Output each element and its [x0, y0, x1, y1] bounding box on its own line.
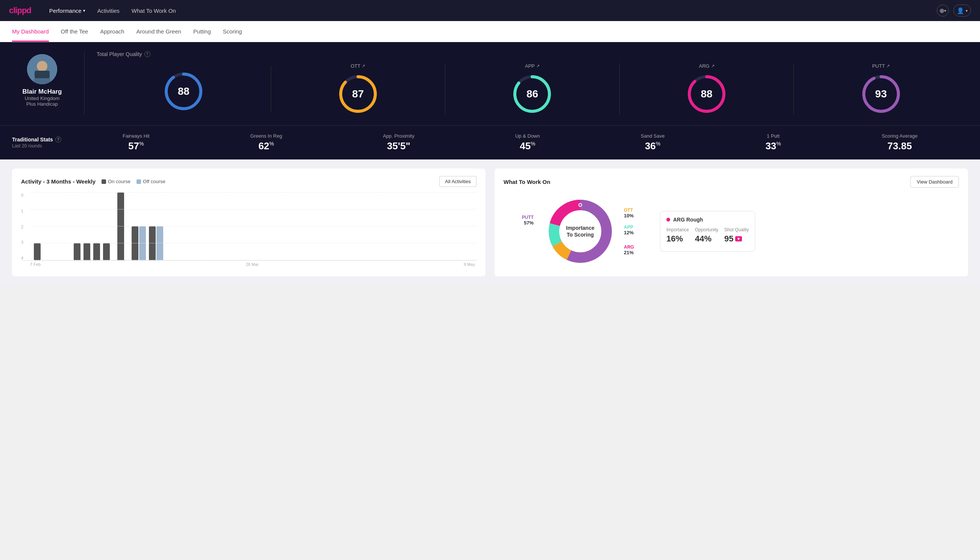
- tab-around-the-green[interactable]: Around the Green: [136, 21, 181, 42]
- tab-approach[interactable]: Approach: [100, 21, 124, 42]
- x-labels: 7 Feb 28 Mar 9 May: [21, 262, 476, 267]
- svg-point-1: [37, 61, 47, 72]
- score-total: 88: [97, 66, 271, 112]
- score-app: APP ↗ 86: [445, 63, 620, 115]
- add-button[interactable]: ⊕ ▾: [937, 5, 949, 17]
- wtw-card-header: What To Work On View Dashboard: [504, 176, 959, 188]
- arg-shot-quality: Shot Quality 95 ▼: [724, 227, 749, 244]
- logo: clippd: [9, 6, 31, 15]
- ring-app: 86: [511, 73, 553, 115]
- nav-right: ⊕ ▾ 👤 ▾: [937, 5, 971, 17]
- grid-line-2: [30, 226, 476, 227]
- ring-arg: 88: [686, 73, 727, 115]
- putt-donut-label: PUTT: [522, 215, 534, 220]
- putt-label-container: PUTT 57%: [522, 215, 534, 226]
- nav-performance[interactable]: Performance ▾: [49, 8, 85, 14]
- tab-off-the-tee[interactable]: Off the Tee: [61, 21, 88, 42]
- player-country: United Kingdom: [25, 95, 60, 101]
- bar-oncourse-7: [117, 193, 124, 260]
- player-info: Blair McHarg United Kingdom Plus Handica…: [12, 51, 72, 107]
- tpq-label: Total Player Quality ?: [97, 51, 968, 57]
- bar-group-9: [149, 227, 163, 260]
- bar-group-4: [83, 243, 90, 260]
- nav-what-to-work-on[interactable]: What To Work On: [131, 8, 176, 14]
- traditional-stats: Traditional Stats ? Last 20 rounds Fairw…: [0, 125, 980, 160]
- tpq-info-icon[interactable]: ?: [145, 51, 150, 57]
- arg-metrics: Importance 16% Opportunity 44% Shot Qual…: [666, 227, 749, 244]
- activity-card-header: Activity - 3 Months - Weekly On course O…: [21, 176, 476, 187]
- arg-label: ARG ↗: [699, 63, 714, 69]
- trad-label-group: Traditional Stats ? Last 20 rounds: [12, 137, 72, 148]
- svg-rect-3: [35, 71, 50, 78]
- total-value: 88: [178, 85, 190, 97]
- grid-line-4: [30, 192, 476, 193]
- bar-group-0: [34, 243, 41, 260]
- arg-shot-quality-value: 95 ▼: [724, 234, 749, 244]
- bar-oncourse-6: [103, 243, 110, 260]
- trad-sub-label: Last 20 rounds: [12, 143, 72, 148]
- trad-label: Traditional Stats ?: [12, 137, 72, 143]
- svg-point-20: [579, 204, 581, 206]
- nav-activities[interactable]: Activities: [97, 8, 120, 14]
- bar-oncourse-0: [34, 243, 41, 260]
- arg-info-title: ARG Rough: [673, 217, 703, 223]
- divider: [84, 51, 85, 115]
- what-to-work-on-card: What To Work On View Dashboard PUTT 57%: [494, 168, 968, 277]
- arg-info-header: ARG Rough: [666, 217, 749, 223]
- bar-group-5: [93, 243, 100, 260]
- activity-chart-title: Activity - 3 Months - Weekly: [21, 178, 95, 185]
- trad-info-icon[interactable]: ?: [55, 137, 61, 143]
- player-name: Blair McHarg: [23, 88, 62, 95]
- player-handicap: Plus Handicap: [26, 101, 58, 107]
- wtw-title: What To Work On: [504, 178, 550, 185]
- arg-info-dot: [666, 218, 670, 222]
- tab-putting[interactable]: Putting: [193, 21, 211, 42]
- bar-chart: 4 3 2 1 0: [21, 193, 476, 268]
- bottom-section: Activity - 3 Months - Weekly On course O…: [0, 160, 980, 285]
- arg-importance-value: 16%: [666, 234, 689, 244]
- score-putt: PUTT ↗ 93: [794, 63, 968, 115]
- arg-value: 88: [701, 88, 713, 100]
- stat-scoring-average: Scoring Average 73.85: [882, 133, 918, 152]
- grid-line-0: [30, 260, 476, 260]
- bar-oncourse-4: [83, 243, 90, 260]
- donut-section: PUTT 57%: [504, 194, 959, 269]
- ott-label-container: OTT 10%: [624, 208, 654, 218]
- bar-group-6: [103, 243, 110, 260]
- tab-scoring[interactable]: Scoring: [223, 21, 242, 42]
- tab-my-dashboard[interactable]: My Dashboard: [12, 21, 49, 42]
- app-label: APP ↗: [525, 63, 540, 69]
- ott-donut-label: OTT: [624, 208, 654, 213]
- app-donut-pct: 12%: [624, 230, 654, 235]
- view-dashboard-button[interactable]: View Dashboard: [910, 176, 959, 188]
- ring-total: 88: [163, 71, 204, 112]
- ring-putt: 93: [860, 73, 902, 115]
- donut-chart: Importance To Scoring: [542, 194, 618, 269]
- arg-opportunity-label: Opportunity: [695, 227, 718, 232]
- stat-greens-in-reg: Greens In Reg 62%: [250, 133, 283, 152]
- putt-donut-pct: 57%: [522, 220, 534, 226]
- arg-importance-label: Importance: [666, 227, 689, 232]
- arg-donut-label: ARG: [624, 245, 654, 250]
- score-ott: OTT ↗ 87: [271, 63, 446, 115]
- stat-app-proximity: App. Proximity 35'5": [383, 133, 414, 152]
- arg-label-container: ARG 21%: [624, 245, 654, 255]
- ring-ott: 87: [337, 73, 379, 115]
- app-donut-label: APP: [624, 225, 654, 230]
- user-menu-button[interactable]: 👤 ▾: [953, 5, 971, 17]
- app-value: 86: [526, 88, 538, 100]
- tpq-section: Total Player Quality ? 88: [97, 51, 968, 115]
- stat-fairways-hit: Fairways Hit 57%: [123, 133, 150, 152]
- bar-oncourse-8: [131, 227, 138, 260]
- hero-section: Blair McHarg United Kingdom Plus Handica…: [0, 42, 980, 125]
- stat-up-down: Up & Down 45%: [515, 133, 540, 152]
- arg-info-card: ARG Rough Importance 16% Opportunity 44%…: [660, 211, 755, 252]
- top-nav: clippd Performance ▾ Activities What To …: [0, 0, 980, 21]
- bar-chart-inner: 4 3 2 1 0: [21, 193, 476, 261]
- stat-sand-save: Sand Save 36%: [641, 133, 665, 152]
- bar-group-3: [74, 243, 80, 260]
- ott-label: OTT ↗: [351, 63, 365, 69]
- grid-line-3: [30, 209, 476, 210]
- arg-opportunity-value: 44%: [695, 234, 718, 244]
- all-activities-button[interactable]: All Activities: [439, 176, 476, 187]
